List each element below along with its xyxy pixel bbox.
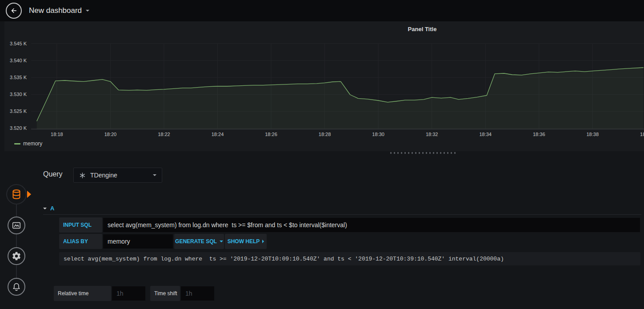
bell-icon <box>12 282 21 292</box>
x-tick-label: 18:24 <box>212 132 224 137</box>
chart-image-icon <box>12 221 21 230</box>
query-section-heading: Query <box>43 170 63 178</box>
legend-item-memory[interactable]: memory <box>14 140 42 147</box>
x-tick-label: 18:32 <box>426 132 438 137</box>
tab-rail-connector <box>16 195 17 287</box>
chevron-down-icon <box>86 10 89 12</box>
legend-label: memory <box>23 140 42 147</box>
x-tick-label: 18:36 <box>533 132 545 137</box>
y-tick-label: 3.530 K <box>10 92 27 97</box>
x-tick-label: 18:26 <box>265 132 277 137</box>
query-ref-id: A <box>50 205 54 212</box>
chevron-down-icon <box>220 241 223 242</box>
gear-icon <box>12 251 21 261</box>
graph-panel: Panel Title 3.545 K3.540 K3.535 K3.530 K… <box>4 21 644 151</box>
arrow-left-icon <box>10 7 18 15</box>
tdengine-logo-icon <box>79 172 86 179</box>
time-shift-label: Time shift <box>150 286 180 301</box>
generate-sql-label: GENERATE SQL <box>175 238 217 245</box>
x-tick-label: 18:28 <box>319 132 331 137</box>
collapse-caret-icon <box>43 208 47 209</box>
input-sql-label: INPUT SQL <box>59 217 102 233</box>
input-sql-field[interactable] <box>103 217 640 233</box>
datasource-picker[interactable]: TDengine <box>73 168 162 183</box>
y-tick-label: 3.525 K <box>10 108 27 114</box>
chevron-right-icon <box>262 240 264 243</box>
query-row-collapse[interactable]: A <box>43 202 641 215</box>
x-tick-label: 18:18 <box>51 132 63 137</box>
active-tab-arrow-icon <box>27 191 31 198</box>
panel-resize-handle[interactable] <box>390 152 457 154</box>
alias-by-field[interactable] <box>103 234 173 249</box>
chevron-down-icon <box>153 174 156 176</box>
x-tick-label: 18:22 <box>158 132 170 137</box>
time-shift-field[interactable] <box>180 286 215 301</box>
time-series-chart[interactable]: 3.545 K3.540 K3.535 K3.530 K3.525 K3.520… <box>4 39 644 144</box>
tab-queries[interactable] <box>6 184 27 205</box>
alias-by-label: ALIAS BY <box>59 234 102 249</box>
back-button[interactable] <box>6 3 22 19</box>
tab-general-settings[interactable] <box>8 247 25 265</box>
panel-title[interactable]: Panel Title <box>4 26 644 32</box>
show-help-button[interactable]: SHOW HELP <box>225 234 267 249</box>
relative-time-field[interactable] <box>112 286 146 301</box>
y-tick-label: 3.520 K <box>10 125 27 131</box>
tab-alert[interactable] <box>8 278 25 296</box>
x-tick-label: 18:40 <box>640 132 644 137</box>
y-tick-label: 3.535 K <box>10 75 27 80</box>
tab-visualization[interactable] <box>8 217 25 234</box>
y-tick-label: 3.540 K <box>10 58 27 63</box>
dashboard-title: New dashboard <box>29 6 82 15</box>
x-tick-label: 18:30 <box>372 132 384 137</box>
generated-sql-preview: select avg(mem_system) from log.dn where… <box>59 252 640 265</box>
x-tick-label: 18:38 <box>587 132 599 137</box>
x-tick-label: 18:20 <box>104 132 117 137</box>
series-area-fill <box>37 68 644 129</box>
show-help-label: SHOW HELP <box>228 238 260 245</box>
datasource-selected: TDengine <box>90 172 148 179</box>
database-icon <box>11 189 22 200</box>
dashboard-title-dropdown[interactable]: New dashboard <box>29 6 89 15</box>
relative-time-label: Relative time <box>54 286 111 301</box>
generate-sql-button[interactable]: GENERATE SQL <box>174 234 224 249</box>
legend-swatch <box>14 143 20 144</box>
y-tick-label: 3.545 K <box>10 41 27 46</box>
top-nav: New dashboard <box>0 0 644 21</box>
x-tick-label: 18:34 <box>479 132 492 137</box>
